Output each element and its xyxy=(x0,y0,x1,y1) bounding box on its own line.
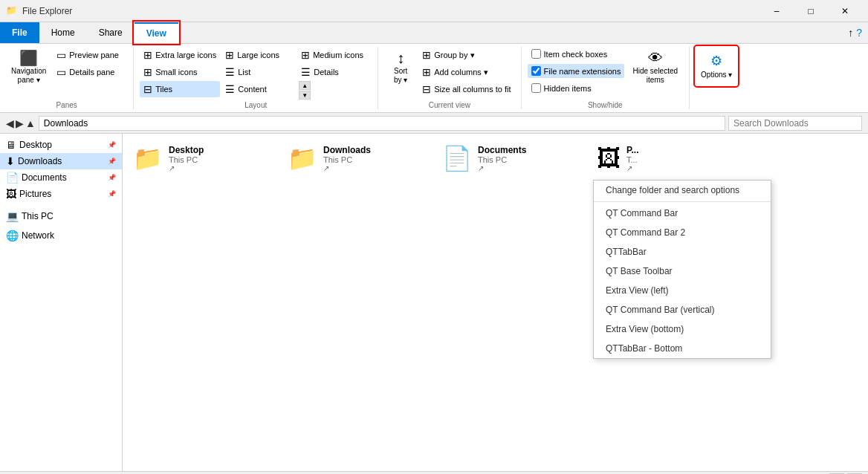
back-button[interactable]: ◀ xyxy=(6,117,14,129)
medium-icons-button[interactable]: ⊞ Medium icons xyxy=(297,47,372,63)
list-button[interactable]: ☰ List xyxy=(221,64,296,80)
small-icons-button[interactable]: ⊞ Small icons xyxy=(140,64,220,80)
item-check-boxes-cb[interactable] xyxy=(531,49,541,59)
pin-icon-downloads: 📌 xyxy=(108,158,116,165)
help-button[interactable]: ? xyxy=(856,27,862,39)
pin-icon-documents: 📌 xyxy=(108,174,116,181)
dropdown-extra-view-bottom[interactable]: Extra View (bottom) xyxy=(594,319,771,339)
content-button[interactable]: ☰ Content xyxy=(221,81,296,97)
dropdown-qttabbar-bottom[interactable]: QTTabBar - Bottom xyxy=(594,339,771,358)
nav-item-desktop[interactable]: 🖥 Desktop 📌 xyxy=(0,137,122,153)
desktop-icon: 🖥 xyxy=(6,139,16,151)
hide-selected-icon: 👁 xyxy=(648,51,663,65)
ribbon-group-options: ⚙ Options ▾ xyxy=(690,47,743,109)
folder-documents[interactable]: 📄 Documents This PC ↗ xyxy=(438,140,586,177)
folder-desktop-info: Desktop This PC ↗ xyxy=(169,145,204,172)
panes-buttons: ⬛ Navigationpane ▾ ▭ Preview pane ▭ Deta… xyxy=(6,47,127,100)
dropdown-qt-command-bar-2[interactable]: QT Command Bar 2 xyxy=(594,223,771,242)
item-check-boxes-toggle[interactable]: Item check boxes xyxy=(528,47,625,61)
navigation-pane-button[interactable]: ⬛ Navigationpane ▾ xyxy=(6,47,51,88)
file-name-ext-toggle[interactable]: File name extensions xyxy=(528,64,625,78)
dropdown-qt-command-bar-vertical[interactable]: QT Command Bar (vertical) xyxy=(594,300,771,319)
layout-scroll-up[interactable]: ▲ xyxy=(299,81,311,90)
list-icon: ☰ xyxy=(225,66,235,78)
folder-desktop[interactable]: 📁 Desktop This PC ↗ xyxy=(129,140,277,177)
dropdown-qttabbar[interactable]: QTTabBar xyxy=(594,242,771,262)
ribbon-content: ⬛ Navigationpane ▾ ▭ Preview pane ▭ Deta… xyxy=(0,44,868,113)
dropdown-change-folder[interactable]: Change folder and search options xyxy=(594,181,771,200)
details-icon: ▭ xyxy=(56,66,66,78)
hidden-items-label: Hidden items xyxy=(544,84,592,93)
window-controls: – □ ✕ xyxy=(760,0,862,22)
folder-downloads-info: Downloads This PC ↗ xyxy=(323,145,371,172)
nav-item-this-pc[interactable]: 💻 This PC xyxy=(0,208,122,224)
add-columns-label: Add columns ▾ xyxy=(434,68,488,77)
extra-large-icons-button[interactable]: ⊞ Extra large icons xyxy=(140,47,220,63)
folder-downloads[interactable]: 📁 Downloads This PC ↗ xyxy=(283,140,432,177)
tiles-icon: ⊟ xyxy=(143,83,152,95)
tab-home[interactable]: Home xyxy=(39,22,87,43)
hidden-items-toggle[interactable]: Hidden items xyxy=(528,81,625,95)
content-area: 📁 Desktop This PC ↗ 📁 Downloads This PC … xyxy=(123,134,868,471)
layout-group-label: Layout xyxy=(244,100,267,109)
nav-item-downloads[interactable]: ⬇ Downloads 📌 xyxy=(0,153,122,169)
tiles-button[interactable]: ⊟ Tiles xyxy=(140,81,220,97)
hide-selected-button[interactable]: 👁 Hide selecteditems xyxy=(627,47,683,88)
folder-documents-icon: 📄 xyxy=(442,144,472,172)
size-columns-label: Size all columns to fit xyxy=(434,85,511,94)
app-icon: 📁 xyxy=(6,5,18,17)
up-button[interactable]: ▲ xyxy=(25,117,36,129)
folder-documents-arrow: ↗ xyxy=(478,164,526,172)
folder-desktop-icon: 📁 xyxy=(133,144,163,172)
nav-pane: 🖥 Desktop 📌 ⬇ Downloads 📌 📄 Documents 📌 … xyxy=(0,134,123,471)
minimize-button[interactable]: – xyxy=(760,0,794,22)
details-pane-button[interactable]: ▭ Details pane xyxy=(53,64,127,80)
layout-buttons: ⊞ Extra large icons ⊞ Small icons ⊟ Tile… xyxy=(140,47,372,100)
show-hide-label: Show/hide xyxy=(588,100,623,109)
dropdown-extra-view-left[interactable]: Extra View (left) xyxy=(594,281,771,300)
large-icons-label: Large icons xyxy=(237,51,279,59)
file-name-ext-cb[interactable] xyxy=(531,66,541,76)
tab-file[interactable]: File xyxy=(0,22,39,43)
details-button[interactable]: ☰ Details xyxy=(297,64,372,80)
layout-scroll-down[interactable]: ▼ xyxy=(299,91,311,100)
options-button[interactable]: ⚙ Options ▾ xyxy=(696,47,737,85)
sort-icon: ↕ xyxy=(397,51,404,65)
tab-view[interactable]: View xyxy=(135,22,178,43)
dropdown-qt-command-bar[interactable]: QT Command Bar xyxy=(594,204,771,223)
search-input[interactable] xyxy=(728,116,862,131)
preview-pane-label: Preview pane xyxy=(69,51,119,59)
group-icon: ⊞ xyxy=(422,49,431,61)
nav-item-network[interactable]: 🌐 Network xyxy=(0,227,122,244)
dropdown-qt-base-toolbar[interactable]: QT Base Toolbar xyxy=(594,262,771,281)
details-view-icon: ☰ xyxy=(301,66,311,78)
large-icons-button[interactable]: ⊞ Large icons xyxy=(221,47,296,63)
ribbon-right-buttons: ↑ ? xyxy=(848,22,868,43)
folder-desktop-sub: This PC xyxy=(169,155,204,164)
group-by-button[interactable]: ⊞ Group by ▾ xyxy=(418,47,514,63)
folder-pictures[interactable]: 🖼 P... T... ↗ xyxy=(592,140,741,177)
network-icon: 🌐 xyxy=(6,230,19,241)
tab-share[interactable]: Share xyxy=(87,22,135,43)
address-field[interactable] xyxy=(39,116,725,131)
extra-large-icon: ⊞ xyxy=(143,49,152,61)
folder-pictures-info: P... T... ↗ xyxy=(626,145,638,172)
folder-downloads-icon: 📁 xyxy=(288,144,317,172)
add-columns-button[interactable]: ⊞ Add columns ▾ xyxy=(418,64,514,80)
close-button[interactable]: ✕ xyxy=(828,0,862,22)
folder-downloads-name: Downloads xyxy=(323,145,371,155)
sort-by-button[interactable]: ↕ Sortby ▾ xyxy=(384,47,417,88)
nav-item-pictures[interactable]: 🖼 Pictures 📌 xyxy=(0,186,122,202)
nav-item-documents[interactable]: 📄 Documents 📌 xyxy=(0,169,122,186)
folder-documents-name: Documents xyxy=(478,145,526,155)
folder-downloads-arrow: ↗ xyxy=(323,164,371,172)
ribbon-group-show-hide: Item check boxes File name extensions Hi… xyxy=(522,47,690,109)
hidden-items-cb[interactable] xyxy=(531,83,541,93)
nav-up-button[interactable]: ↑ xyxy=(848,27,853,39)
maximize-button[interactable]: □ xyxy=(794,0,828,22)
forward-button[interactable]: ▶ xyxy=(16,117,24,129)
size-columns-button[interactable]: ⊟ Size all columns to fit xyxy=(418,81,514,97)
folder-documents-info: Documents This PC ↗ xyxy=(478,145,526,172)
preview-pane-button[interactable]: ▭ Preview pane xyxy=(53,47,127,63)
window-title: File Explorer xyxy=(22,6,760,16)
